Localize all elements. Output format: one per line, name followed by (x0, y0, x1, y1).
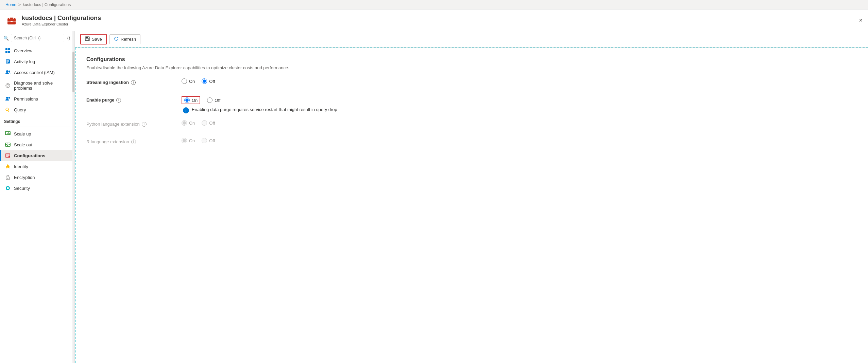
overview-label: Overview (14, 48, 32, 53)
svg-line-28 (7, 144, 8, 145)
save-icon (85, 36, 90, 42)
content-area: Save Refresh Configurations Enable/disab… (75, 31, 868, 363)
svg-point-36 (7, 178, 8, 179)
settings-divider (4, 127, 70, 127)
page-title: Configurations (86, 56, 857, 62)
svg-point-16 (6, 97, 8, 99)
nav-item-permissions[interactable]: Permissions (0, 93, 74, 104)
enable-purge-on[interactable]: On (184, 97, 198, 103)
scale-up-icon (5, 131, 11, 137)
breadcrumb-home[interactable]: Home (5, 2, 16, 7)
scrollbar-thumb[interactable] (72, 52, 74, 92)
r-language-info-icon[interactable]: i (131, 140, 136, 144)
r-language-label: R language extension i (86, 138, 182, 144)
scrollbar-track (72, 31, 74, 363)
access-control-label: Access control (IAM) (14, 70, 55, 75)
streaming-ingestion-row: Streaming ingestion i On Off (86, 78, 857, 89)
svg-rect-5 (8, 48, 10, 50)
nav-item-configurations[interactable]: Configurations (0, 150, 74, 161)
r-language-on: On (182, 138, 195, 143)
purge-warning-message: i Enabling data purge requires service r… (183, 107, 337, 113)
query-label: Query (14, 107, 26, 112)
svg-marker-42 (117, 37, 119, 38)
python-language-on: On (182, 120, 195, 126)
streaming-ingestion-off[interactable]: Off (202, 78, 215, 84)
page-title-header: kustodocs | Configurations (22, 15, 101, 22)
python-language-row: Python language extension i On Off (86, 120, 857, 131)
breadcrumb-current: kustodocs | Configurations (23, 2, 71, 7)
page-subtitle: Azure Data Explorer Cluster (22, 22, 101, 26)
purge-on-highlighted: On (182, 96, 200, 104)
activity-log-icon (5, 59, 11, 64)
settings-section-label: Settings (0, 115, 74, 125)
nav-item-overview[interactable]: Overview (0, 45, 74, 56)
python-info-icon[interactable]: i (142, 122, 147, 127)
configurations-icon (5, 153, 11, 158)
svg-rect-6 (5, 51, 7, 53)
purge-warning-text: Enabling data purge requires service res… (192, 107, 337, 112)
page-header: kustodocs | Configurations Azure Data Ex… (0, 10, 868, 31)
streaming-ingestion-on[interactable]: On (182, 78, 195, 84)
streaming-ingestion-info-icon[interactable]: i (131, 80, 136, 85)
r-language-off: Off (202, 138, 215, 143)
diagnose-icon (5, 83, 11, 88)
encryption-icon (5, 175, 11, 180)
nav-item-access-control[interactable]: Access control (IAM) (0, 67, 74, 78)
overview-icon (5, 48, 11, 53)
svg-rect-7 (8, 51, 10, 53)
nav-item-activity-log[interactable]: Activity log (0, 56, 74, 67)
query-icon (5, 107, 11, 112)
svg-rect-4 (5, 48, 7, 50)
identity-label: Identity (14, 164, 28, 169)
security-label: Security (14, 186, 30, 191)
svg-point-18 (6, 108, 8, 111)
enable-purge-label: Enable purge i (86, 96, 182, 103)
refresh-button[interactable]: Refresh (109, 34, 141, 44)
sidebar-search-container: 🔍 ⟨⟨ (0, 31, 74, 45)
permissions-icon (5, 96, 11, 102)
main-layout: 🔍 ⟨⟨ Overview Activity log Access contro… (0, 31, 868, 363)
page-description: Enable/disable the following Azure Data … (86, 65, 857, 70)
python-language-label: Python language extension i (86, 120, 182, 127)
enable-purge-info-icon[interactable]: i (116, 98, 121, 103)
nav-item-scale-out[interactable]: Scale out (0, 139, 74, 150)
permissions-label: Permissions (14, 96, 38, 102)
nav-item-encryption[interactable]: Encryption (0, 172, 74, 183)
header-title-group: kustodocs | Configurations Azure Data Ex… (22, 15, 101, 26)
svg-rect-9 (6, 60, 9, 61)
svg-rect-3 (11, 21, 13, 22)
identity-icon (5, 164, 11, 169)
enable-purge-row: Enable purge i On Off (86, 96, 857, 113)
nav-item-security[interactable]: Security (0, 183, 74, 194)
collapse-sidebar-button[interactable]: ⟨⟨ (66, 35, 71, 41)
svg-rect-31 (6, 154, 10, 155)
streaming-ingestion-options: On Off (182, 78, 215, 84)
refresh-icon (114, 36, 119, 42)
activity-log-label: Activity log (14, 59, 35, 64)
svg-line-29 (7, 145, 8, 146)
configurations-label: Configurations (14, 153, 45, 158)
svg-rect-40 (86, 37, 88, 38)
streaming-ingestion-label: Streaming ingestion i (86, 78, 182, 85)
python-language-off: Off (202, 120, 215, 126)
breadcrumb: Home > kustodocs | Configurations (0, 0, 868, 10)
scale-out-icon (5, 142, 11, 147)
encryption-label: Encryption (14, 175, 35, 180)
nav-item-scale-up[interactable]: Scale up (0, 128, 74, 139)
search-input[interactable] (11, 34, 64, 42)
breadcrumb-separator: > (18, 2, 21, 7)
close-button[interactable]: × (859, 17, 863, 24)
scale-up-label: Scale up (14, 131, 31, 137)
nav-item-diagnose[interactable]: Diagnose and solve problems (0, 78, 74, 93)
enable-purge-off[interactable]: Off (207, 97, 220, 103)
r-language-row: R language extension i On Off (86, 138, 857, 149)
svg-point-15 (7, 86, 8, 87)
nav-item-identity[interactable]: Identity (0, 161, 74, 172)
save-button[interactable]: Save (80, 34, 107, 44)
python-language-options: On Off (182, 120, 215, 126)
svg-rect-10 (6, 61, 9, 62)
svg-point-17 (8, 97, 10, 99)
nav-item-query[interactable]: Query (0, 104, 74, 115)
svg-rect-11 (6, 62, 8, 63)
svg-rect-41 (86, 39, 89, 40)
